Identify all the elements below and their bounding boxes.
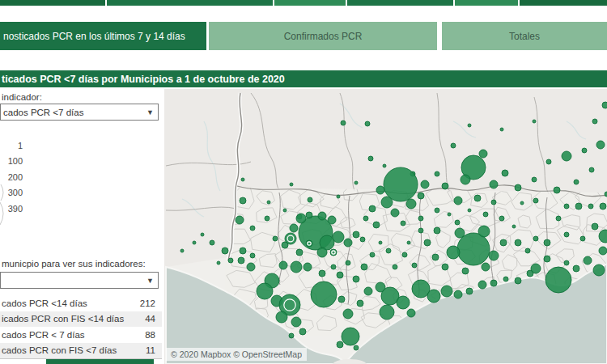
map-bubble[interactable] xyxy=(276,311,287,323)
map-bubble[interactable] xyxy=(299,328,306,335)
map-bubble[interactable] xyxy=(353,276,359,282)
map-bubble[interactable] xyxy=(562,151,571,161)
map-bubble[interactable] xyxy=(353,231,359,238)
indicator-dropdown[interactable]: cados PCR <7 días ▼ xyxy=(0,104,159,121)
map-bubble[interactable] xyxy=(432,254,439,260)
map-bubble[interactable] xyxy=(319,270,325,277)
map-bubble[interactable] xyxy=(369,205,376,212)
map-bubble[interactable] xyxy=(318,212,326,220)
map-bubble[interactable] xyxy=(500,239,507,246)
map-bubble[interactable] xyxy=(407,309,415,317)
map-bubble[interactable] xyxy=(435,171,439,176)
map-bubble[interactable] xyxy=(373,222,380,228)
map-bubble[interactable] xyxy=(533,236,538,241)
map-bubble[interactable] xyxy=(317,248,327,257)
map-view[interactable] xyxy=(164,89,607,364)
map-bubble[interactable] xyxy=(474,195,481,201)
map-bubble[interactable] xyxy=(291,317,301,327)
map-bubble[interactable] xyxy=(193,241,196,244)
map-bubble[interactable] xyxy=(282,242,288,248)
map-bubble[interactable] xyxy=(564,232,569,237)
map-bubble[interactable] xyxy=(341,121,346,125)
map-bubble[interactable] xyxy=(448,213,451,216)
map-bubble[interactable] xyxy=(575,203,582,210)
map-bubble[interactable] xyxy=(383,164,386,167)
map-bubble[interactable] xyxy=(479,150,487,158)
map-bubble[interactable] xyxy=(283,209,287,212)
map-bubble[interactable] xyxy=(515,277,521,284)
map-bubble[interactable] xyxy=(296,214,306,223)
map-bubble[interactable] xyxy=(544,239,550,246)
map-bubble[interactable] xyxy=(250,226,255,231)
map-bubble[interactable] xyxy=(328,216,336,224)
map-bubble[interactable] xyxy=(531,264,541,273)
map-bubble[interactable] xyxy=(500,128,503,131)
map-bubble[interactable] xyxy=(217,261,220,265)
map-bubble[interactable] xyxy=(533,198,538,203)
map-bubble[interactable] xyxy=(490,280,497,286)
map-bubble[interactable] xyxy=(304,263,312,271)
map-bubble[interactable] xyxy=(393,265,397,269)
map-bubble[interactable] xyxy=(401,221,405,226)
map-bubble[interactable] xyxy=(418,228,423,233)
map-bubble[interactable] xyxy=(290,183,293,186)
map-bubble[interactable] xyxy=(592,119,597,124)
map-bubble[interactable] xyxy=(564,260,569,265)
map-bubble[interactable] xyxy=(267,201,270,204)
map-bubble[interactable] xyxy=(343,309,353,319)
map-bubble[interactable] xyxy=(451,143,456,148)
map-bubble[interactable] xyxy=(596,141,605,149)
map-bubble[interactable] xyxy=(599,247,607,255)
map-bubble[interactable] xyxy=(544,256,550,262)
map-bubble[interactable] xyxy=(499,216,504,221)
map-bubble[interactable] xyxy=(180,249,184,252)
map-bubble[interactable] xyxy=(489,251,499,260)
map-bubble[interactable] xyxy=(515,184,521,191)
map-bubble[interactable] xyxy=(338,296,345,303)
map-bubble[interactable] xyxy=(554,187,560,193)
map-bubble[interactable] xyxy=(457,233,490,265)
map-bubble[interactable] xyxy=(447,246,460,259)
map-bubble[interactable] xyxy=(337,341,343,348)
map-bubble[interactable] xyxy=(240,248,246,254)
map-bubble[interactable] xyxy=(346,260,350,265)
map-bubble[interactable] xyxy=(418,193,424,199)
map-bubble[interactable] xyxy=(240,197,246,204)
map-bubble[interactable] xyxy=(363,216,368,221)
indicator-row[interactable]: cados PCR con FIS <7 días11 xyxy=(0,343,162,359)
map-bubble[interactable] xyxy=(354,181,358,184)
tab-confirmados-pcr[interactable]: Confirmados PCR xyxy=(209,22,437,50)
map-bubble[interactable] xyxy=(289,333,294,338)
map-bubble[interactable] xyxy=(344,239,352,247)
map-bubble[interactable] xyxy=(502,170,508,176)
map-bubble[interactable] xyxy=(588,204,593,209)
map-bubble[interactable] xyxy=(360,237,365,242)
map-bubble[interactable] xyxy=(574,180,579,184)
map-bubble[interactable] xyxy=(337,195,340,198)
map-bubble[interactable] xyxy=(222,248,228,254)
map-bubble[interactable] xyxy=(331,265,336,269)
map-bubble[interactable] xyxy=(365,121,370,126)
map-bubble[interactable] xyxy=(247,263,255,271)
map-bubble[interactable] xyxy=(236,216,244,224)
map-bubble[interactable] xyxy=(406,199,416,209)
map-bubble[interactable] xyxy=(308,197,312,202)
map-bubble[interactable] xyxy=(461,175,470,184)
map-bubble[interactable] xyxy=(273,236,278,241)
map-bubble[interactable] xyxy=(354,345,359,350)
map-bubble[interactable] xyxy=(582,148,587,153)
map-bubble[interactable] xyxy=(512,225,516,228)
map-bubble[interactable] xyxy=(564,204,569,209)
map-bubble[interactable] xyxy=(532,177,537,182)
map-bubble[interactable] xyxy=(238,257,244,264)
map-bubble[interactable] xyxy=(573,265,579,272)
map-bubble[interactable] xyxy=(228,258,233,263)
map-bubble[interactable] xyxy=(384,167,418,201)
map-bubble[interactable] xyxy=(311,281,337,307)
indicator-row[interactable]: icados PCR con FIS <14 días44 xyxy=(0,311,162,328)
map-bubble[interactable] xyxy=(265,216,270,221)
map-bubble[interactable] xyxy=(580,236,585,241)
map-bubble[interactable] xyxy=(279,261,287,269)
indicator-row[interactable]: cados PCR <14 días212 xyxy=(0,295,162,311)
map-bubble[interactable] xyxy=(296,249,303,256)
